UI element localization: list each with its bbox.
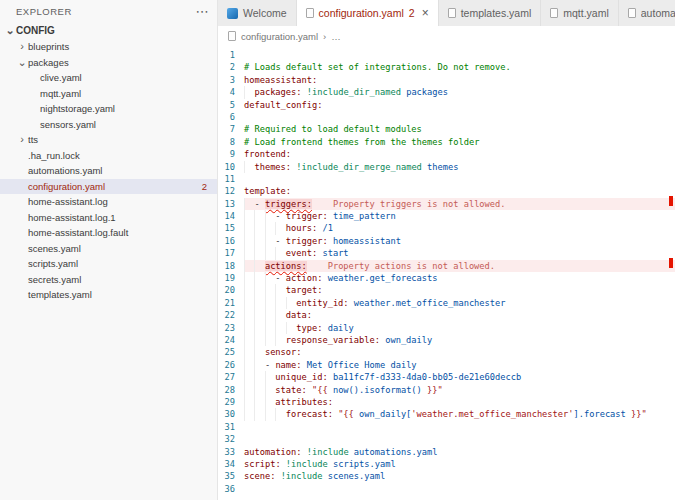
code-line-17[interactable]: 17event: start <box>218 247 675 259</box>
tree-item-.ha_run.lock[interactable]: .ha_run.lock <box>0 148 217 164</box>
more-actions-icon[interactable]: ⋯ <box>196 5 210 18</box>
code-content: - trigger: time_pattern <box>244 210 675 222</box>
indent-guide <box>265 272 275 284</box>
tree-item-home-assistant.log.1[interactable]: home-assistant.log.1 <box>0 210 217 226</box>
code-line-29[interactable]: 29attributes: <box>218 396 675 408</box>
tree-item-templates.yaml[interactable]: templates.yaml <box>0 287 217 303</box>
line-number: 20 <box>218 284 244 296</box>
code-line-27[interactable]: 27unique_id: ba11fc7f-d333-4da0-bb05-de2… <box>218 371 675 383</box>
code-line-13[interactable]: 13- triggers: Property triggers is not a… <box>218 198 675 210</box>
indent-guide <box>244 359 254 371</box>
tab-Welcome[interactable]: Welcome <box>218 0 297 26</box>
line-number: 32 <box>218 433 244 445</box>
code-line-36[interactable]: 36 <box>218 483 675 495</box>
code-content: # Load frontend themes from the themes f… <box>244 136 675 148</box>
tree-item-home-assistant.log[interactable]: home-assistant.log <box>0 194 217 210</box>
code-line-31[interactable]: 31 <box>218 421 675 433</box>
code-line-7[interactable]: 7# Required to load default modules <box>218 123 675 135</box>
code-line-19[interactable]: 19- action: weather.get_forecasts <box>218 272 675 284</box>
code-editor[interactable]: 12# Loads default set of integrations. D… <box>218 46 675 500</box>
code-content: type: daily <box>244 322 675 334</box>
line-number: 10 <box>218 161 244 173</box>
breadcrumb: configuration.yaml › … <box>218 26 675 46</box>
code-content: forecast: "{{ own_daily['weather.met_off… <box>244 408 675 420</box>
editor-area: Welcomeconfiguration.yaml2×templates.yam… <box>218 0 675 500</box>
code-line-23[interactable]: 23type: daily <box>218 322 675 334</box>
breadcrumb-more[interactable]: … <box>331 31 341 42</box>
code-token: trigger: <box>286 236 328 246</box>
indent-guide <box>265 309 275 321</box>
code-token: - <box>254 199 264 209</box>
tree-item-configuration.yaml[interactable]: configuration.yaml2 <box>0 179 217 195</box>
tree-item-secrets.yaml[interactable]: secrets.yaml <box>0 272 217 288</box>
code-line-5[interactable]: 5default_config: <box>218 99 675 111</box>
tree-item-scenes.yaml[interactable]: scenes.yaml <box>0 241 217 257</box>
code-token: - <box>265 360 275 370</box>
code-line-15[interactable]: 15hours: /1 <box>218 222 675 234</box>
code-line-28[interactable]: 28state: "{{ now().isoformat() }}" <box>218 384 675 396</box>
welcome-icon <box>227 8 238 19</box>
code-token: !include <box>307 447 349 457</box>
code-line-3[interactable]: 3homeassistant: <box>218 74 675 86</box>
tree-item-home-assistant.log.fault[interactable]: home-assistant.log.fault <box>0 225 217 241</box>
code-line-1[interactable]: 1 <box>218 49 675 61</box>
tree-item-blueprints[interactable]: ›blueprints <box>0 39 217 55</box>
code-line-25[interactable]: 25sensor: <box>218 346 675 358</box>
code-line-26[interactable]: 26- name: Met Office Home daily <box>218 359 675 371</box>
code-line-18[interactable]: 18actions: Property actions is not allow… <box>218 260 675 272</box>
code-line-21[interactable]: 21entity_id: weather.met_office_manchest… <box>218 297 675 309</box>
code-line-33[interactable]: 33automation: !include automations.yaml <box>218 446 675 458</box>
indent-guide <box>244 309 254 321</box>
indent-guide <box>244 198 254 210</box>
code-line-2[interactable]: 2# Loads default set of integrations. Do… <box>218 61 675 73</box>
tree-item-nightstorage.yaml[interactable]: nightstorage.yaml <box>0 101 217 117</box>
code-line-16[interactable]: 16- trigger: homeassistant <box>218 235 675 247</box>
tab-automations.yaml[interactable]: automations.yaml <box>619 0 675 26</box>
code-line-22[interactable]: 22data: <box>218 309 675 321</box>
workspace-root[interactable]: ⌄ CONFIG <box>0 22 217 39</box>
tab-templates.yaml[interactable]: templates.yaml <box>439 0 542 26</box>
code-token: scripts.yaml <box>333 459 396 469</box>
close-icon[interactable]: × <box>422 7 429 19</box>
breadcrumb-file[interactable]: configuration.yaml <box>241 31 318 42</box>
line-number: 15 <box>218 222 244 234</box>
indent-guide <box>254 247 264 259</box>
code-content: themes: !include_dir_merge_named themes <box>244 161 675 173</box>
explorer-header: EXPLORER ⋯ <box>0 0 217 22</box>
line-number: 19 <box>218 272 244 284</box>
tree-item-mqtt.yaml[interactable]: mqtt.yaml <box>0 86 217 102</box>
tree-item-packages[interactable]: ⌄packages <box>0 55 217 71</box>
tree-item-automations.yaml[interactable]: automations.yaml <box>0 163 217 179</box>
indent-guide <box>265 322 275 334</box>
code-line-32[interactable]: 32 <box>218 433 675 445</box>
code-line-34[interactable]: 34script: !include scripts.yaml <box>218 458 675 470</box>
tab-mqtt.yaml[interactable]: mqtt.yaml <box>541 0 619 26</box>
code-line-20[interactable]: 20target: <box>218 284 675 296</box>
tree-item-tts[interactable]: ›tts <box>0 132 217 148</box>
code-token: type: <box>296 323 322 333</box>
code-line-8[interactable]: 8# Load frontend themes from the themes … <box>218 136 675 148</box>
code-line-11[interactable]: 11 <box>218 173 675 185</box>
code-line-6[interactable]: 6 <box>218 111 675 123</box>
code-line-12[interactable]: 12template: <box>218 185 675 197</box>
code-content: actions: Property actions is not allowed… <box>244 260 675 272</box>
code-line-30[interactable]: 30forecast: "{{ own_daily['weather.met_o… <box>218 408 675 420</box>
line-number: 17 <box>218 247 244 259</box>
tab-configuration.yaml[interactable]: configuration.yaml2× <box>297 0 439 26</box>
code-token: start <box>322 248 348 258</box>
code-line-14[interactable]: 14- trigger: time_pattern <box>218 210 675 222</box>
tree-item-scripts.yaml[interactable]: scripts.yaml <box>0 256 217 272</box>
code-line-9[interactable]: 9frontend: <box>218 148 675 160</box>
line-number: 34 <box>218 458 244 470</box>
problems-badge: 2 <box>202 181 217 192</box>
code-line-10[interactable]: 10themes: !include_dir_merge_named theme… <box>218 161 675 173</box>
code-token: automations.yaml <box>354 447 438 457</box>
tree-item-clive.yaml[interactable]: clive.yaml <box>0 70 217 86</box>
code-line-4[interactable]: 4packages: !include_dir_named packages <box>218 86 675 98</box>
tree-item-sensors.yaml[interactable]: sensors.yaml <box>0 117 217 133</box>
code-content: sensor: <box>244 346 675 358</box>
code-line-35[interactable]: 35scene: !include scenes.yaml <box>218 470 675 482</box>
line-number: 1 <box>218 49 244 61</box>
code-line-24[interactable]: 24response_variable: own_daily <box>218 334 675 346</box>
indent-guide <box>265 334 275 346</box>
